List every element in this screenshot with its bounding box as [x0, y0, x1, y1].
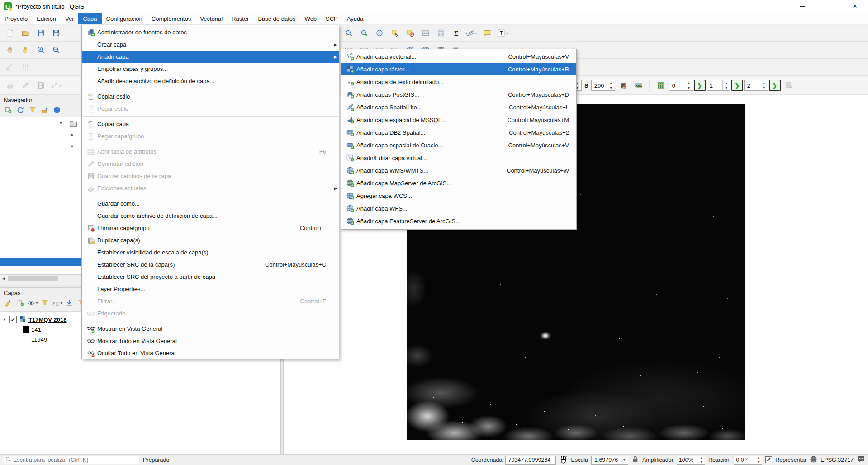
- collapse-arrow-icon[interactable]: ▼: [59, 121, 63, 125]
- browser-refresh-button[interactable]: [15, 105, 26, 115]
- menu-item-conmutar-edicion[interactable]: Conmutar edición ▶: [82, 158, 339, 170]
- locator-input[interactable]: [13, 457, 137, 463]
- scp-apply-band-1-button[interactable]: ❯: [731, 80, 743, 91]
- spin-down-icon[interactable]: ▼: [685, 85, 693, 90]
- menu-item-ediciones-actuales[interactable]: Ediciones actuales ▶: [82, 182, 339, 194]
- minimize-button[interactable]: [789, 0, 816, 13]
- expand-arrow-icon[interactable]: ▶: [71, 132, 74, 137]
- menu-ver[interactable]: Ver: [61, 13, 79, 24]
- scp-band-1-spinner[interactable]: 1▲▼: [707, 80, 730, 91]
- menu-item-anadir-capa-spatialite[interactable]: Añadir capa SpatialLite... Control+Mayús…: [341, 101, 576, 113]
- menu-vectorial[interactable]: Vectorial: [195, 13, 227, 24]
- layer-visibility-checkbox[interactable]: ✓: [9, 316, 17, 323]
- locator-search[interactable]: [3, 456, 139, 464]
- menu-item-agregar-capa-wcs[interactable]: Agregar capa WCS...: [341, 189, 576, 202]
- zoom-next-button[interactable]: [357, 26, 371, 40]
- collapse-arrow-icon[interactable]: ▼: [2, 317, 7, 322]
- magnifier-spinner[interactable]: 100%▲▼: [677, 456, 705, 465]
- menu-item-anadir-capa-wms[interactable]: Añadir capa WMS/WMTS... Control+Mayúscul…: [341, 164, 576, 177]
- measure-button[interactable]: ▾: [465, 26, 479, 40]
- add-group-button[interactable]: [15, 298, 26, 308]
- statistics-button[interactable]: Σ: [449, 26, 464, 40]
- collapse-arrow-icon[interactable]: ▼: [70, 144, 74, 149]
- map-tips-button[interactable]: [480, 26, 494, 40]
- spin-down-icon[interactable]: ▼: [723, 85, 730, 90]
- spin-up-icon[interactable]: ▲: [755, 456, 762, 460]
- menu-ayuda[interactable]: Ayuda: [342, 13, 368, 24]
- menu-item-establecer-src-proyecto[interactable]: Establecer SRC del proyecto a partir de …: [82, 271, 339, 283]
- identify-features-button[interactable]: i: [372, 26, 387, 40]
- spin-up-icon[interactable]: ▲: [698, 456, 705, 460]
- snapping-button[interactable]: [18, 60, 33, 74]
- pan-to-selection-button[interactable]: [18, 43, 33, 56]
- menu-item-ocultar-todo-vista-general[interactable]: Ocultar Todo en Vista General ▶: [82, 347, 339, 359]
- menu-item-anadir-capa-mssql[interactable]: Añadir capa espacial de MSSQL... Control…: [341, 113, 576, 126]
- scale-combo[interactable]: 1:697976▼: [591, 456, 628, 465]
- save-project-button[interactable]: [33, 26, 48, 40]
- toggle-editing-button[interactable]: [18, 79, 33, 92]
- spin-down-icon[interactable]: ▼: [607, 85, 615, 90]
- scp-band-0-spinner[interactable]: 0▲▼: [669, 80, 693, 91]
- toolbar-handle[interactable]: [648, 80, 651, 91]
- spin-down-icon[interactable]: ▼: [760, 85, 768, 90]
- menu-item-anadir-capa-vectorial[interactable]: V Añadir capa vectorial... Control+Mayús…: [341, 50, 576, 63]
- menu-capa[interactable]: Capa: [78, 13, 101, 24]
- scroll-left-icon[interactable]: ◀: [0, 275, 7, 282]
- spin-down-icon[interactable]: ▼: [755, 460, 762, 464]
- menu-item-guardar-como[interactable]: Guardar como... ▶: [82, 197, 339, 210]
- browser-properties-button[interactable]: i: [52, 105, 62, 115]
- current-edits-button[interactable]: [3, 79, 17, 92]
- scp-apply-band-0-button[interactable]: ❯: [694, 80, 706, 91]
- deselect-features-button[interactable]: [403, 26, 417, 40]
- menu-item-mostrar-todo-vista-general[interactable]: Mostrar Todo en Vista General ▶: [82, 335, 339, 347]
- menu-item-anadir-capa-wfs[interactable]: Añadir capa WFS...: [341, 202, 576, 215]
- zoom-in-button[interactable]: [33, 43, 48, 56]
- layer-styling-button[interactable]: [3, 298, 14, 308]
- menu-raster[interactable]: Ráster: [227, 13, 253, 24]
- browser-collapse-button[interactable]: [39, 105, 50, 115]
- menu-item-pegar-estilo[interactable]: Pegar estilo ▶: [82, 103, 339, 115]
- menu-configuracion[interactable]: Configuración: [102, 13, 147, 24]
- menu-item-abrir-tabla-atributos[interactable]: Abrir tabla de atributos F6 ▶: [82, 146, 339, 158]
- zoom-last-button[interactable]: [342, 26, 356, 40]
- spin-up-icon[interactable]: ▲: [760, 80, 768, 85]
- menu-item-eliminar-capa-grupo[interactable]: Eliminar capa/grupo Control+E ▶: [82, 222, 339, 234]
- menu-item-guardar-como-archivo-definicion[interactable]: Guardar como archivo de definición de ca…: [82, 210, 339, 222]
- scale-lock-button[interactable]: [631, 456, 639, 465]
- scp-remove-button[interactable]: [782, 79, 796, 92]
- maximize-button[interactable]: [816, 0, 842, 13]
- menu-item-mostrar-en-vista-general[interactable]: Mostrar en Vista General ▶: [82, 323, 339, 335]
- spin-down-icon[interactable]: ▼: [698, 460, 705, 464]
- coordinate-field[interactable]: 703477,9999264: [505, 456, 556, 465]
- scp-color-composite-button[interactable]: [616, 79, 631, 92]
- zoom-out-button[interactable]: [49, 43, 63, 56]
- menu-edicion[interactable]: Edición: [32, 13, 61, 24]
- expand-all-button[interactable]: [64, 298, 75, 308]
- menu-item-anadir-capa-db2[interactable]: DB2 Añadir capa DB2 Spatial... Control+M…: [341, 126, 576, 139]
- spin-up-icon[interactable]: ▲: [723, 80, 730, 85]
- menu-item-establecer-src-capa[interactable]: Establecer SRC de la capa(s) Control+May…: [82, 258, 339, 271]
- scp-kml-button[interactable]: KML: [631, 79, 646, 92]
- extent-toggle-button[interactable]: [559, 455, 568, 465]
- menu-item-anadir-editar-capa-virtual[interactable]: V Añadir/Editar capa virtual...: [341, 151, 576, 164]
- scp-s-value-spinner[interactable]: 200▲▼: [591, 80, 615, 91]
- new-project-button[interactable]: [3, 26, 17, 40]
- menu-item-crear-capa[interactable]: Crear capa ▶: [82, 38, 339, 51]
- save-layer-edits-button[interactable]: [33, 79, 48, 92]
- menu-item-etiquetado[interactable]: abc Etiquetado ▶: [82, 307, 339, 319]
- scp-grid-button[interactable]: [654, 79, 668, 92]
- scp-band-2-spinner[interactable]: 2▲▼: [744, 80, 768, 91]
- chevron-down-icon[interactable]: ▼: [621, 458, 628, 462]
- menu-scp[interactable]: SCP: [321, 13, 342, 24]
- menu-item-duplicar-capas[interactable]: Duplicar capa(s) ▶: [82, 234, 339, 246]
- spin-up-icon[interactable]: ▲: [685, 80, 693, 85]
- browser-add-layer-button[interactable]: [3, 105, 14, 115]
- advanced-digitizing-button[interactable]: [3, 60, 17, 74]
- menu-item-empotrar-capas[interactable]: Empotrar capas y grupos... ▶: [82, 63, 339, 75]
- menu-complementos[interactable]: Complementos: [147, 13, 195, 24]
- expression-filter-button[interactable]: ε▾: [52, 298, 62, 308]
- text-annotation-button[interactable]: T▾: [495, 26, 510, 40]
- menu-item-anadir-capa-arcgis-mapserver[interactable]: Añadir capa MapServer de ArcGIS...: [341, 177, 576, 189]
- menu-item-filtrar[interactable]: Filtrar... Control+F ▶: [82, 295, 339, 307]
- menu-item-anadir-capa-texto-delimitado[interactable]: , Añadir capa de texto delimitado...: [341, 75, 576, 88]
